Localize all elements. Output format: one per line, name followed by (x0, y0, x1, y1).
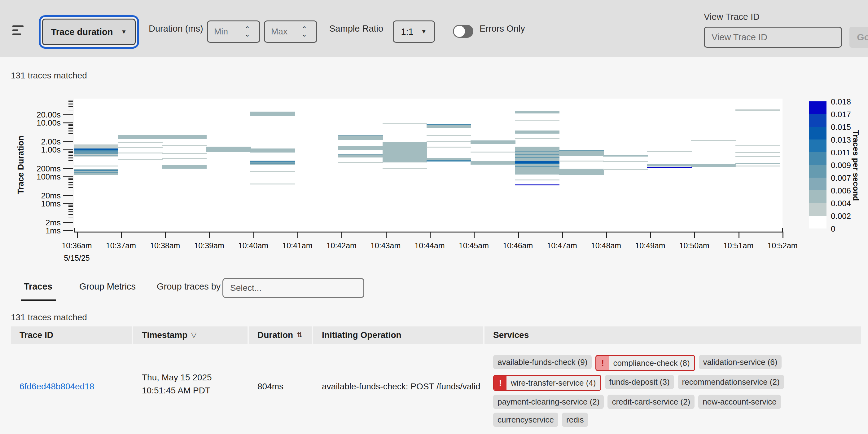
heatmap-cell[interactable] (647, 164, 692, 167)
heatmap-cell[interactable] (250, 112, 295, 116)
errors-only-toggle[interactable] (453, 25, 473, 38)
heatmap-cell[interactable] (691, 140, 736, 141)
heatmap-cell[interactable] (736, 166, 780, 167)
service-chip[interactable]: recommendationservice (2) (678, 375, 784, 389)
heatmap-cell[interactable] (559, 169, 603, 175)
heatmap-cell[interactable] (515, 163, 559, 164)
service-chip[interactable]: !wire-transfer-service (4) (493, 375, 601, 391)
heatmap-cell[interactable] (162, 153, 207, 154)
heatmap-cell[interactable] (736, 145, 780, 146)
sample-ratio-dropdown[interactable]: 1:1 ▼ (393, 21, 435, 43)
heatmap-cell[interactable] (559, 151, 603, 156)
heatmap-cell[interactable] (162, 158, 207, 159)
service-chip[interactable]: redis (562, 413, 588, 427)
heatmap-cell[interactable] (118, 142, 162, 143)
heatmap-cell[interactable] (427, 147, 471, 148)
col-header-duration[interactable]: Duration ⇅ (249, 326, 312, 344)
heatmap-cell[interactable] (515, 161, 559, 163)
heatmap-cell[interactable] (74, 148, 118, 150)
heatmap-cell[interactable] (427, 135, 471, 136)
heatmap-cell[interactable] (162, 145, 207, 146)
heatmap-cell[interactable] (250, 161, 295, 162)
min-stepper-arrows[interactable]: ⌃ ⌄ (244, 26, 250, 37)
heatmap-cell[interactable] (206, 147, 251, 152)
heatmap-cell[interactable] (118, 147, 162, 148)
heatmap-cell[interactable] (162, 165, 207, 169)
heatmap-cell[interactable] (515, 154, 559, 155)
tab-group-metrics[interactable]: Group Metrics (79, 282, 136, 292)
heatmap-cell[interactable] (427, 125, 471, 128)
heatmap-cell[interactable] (647, 167, 692, 168)
heatmap-cell[interactable] (74, 172, 118, 173)
sort-desc-icon[interactable]: ▽ (191, 326, 196, 344)
service-chip[interactable]: currencyservice (493, 413, 558, 427)
heatmap-cell[interactable] (382, 142, 427, 163)
heatmap-cell[interactable] (162, 135, 207, 140)
heatmap-cell[interactable] (74, 150, 118, 152)
heatmap-cell[interactable] (250, 171, 295, 172)
heatmap-cell[interactable] (736, 163, 780, 164)
heatmap-cell[interactable] (427, 160, 471, 161)
sort-both-icon[interactable]: ⇅ (297, 326, 302, 344)
heatmap-cell[interactable] (603, 155, 648, 156)
heatmap-cell[interactable] (338, 162, 383, 163)
heatmap-cell[interactable] (338, 154, 383, 155)
heatmap-cell[interactable] (691, 164, 736, 167)
max-stepper-arrows[interactable]: ⌃ ⌄ (302, 26, 307, 37)
service-chip[interactable]: available-funds-check (9) (493, 355, 592, 369)
heatmap-cell[interactable] (74, 170, 118, 171)
heatmap-cell[interactable] (470, 140, 515, 144)
heatmap-cell[interactable] (603, 161, 648, 162)
group-by-select[interactable] (222, 278, 364, 298)
heatmap-cell[interactable] (74, 152, 118, 154)
service-chip[interactable]: new-account-service (698, 395, 781, 409)
service-chip[interactable]: !compliance-check (8) (595, 355, 695, 371)
query-type-dropdown[interactable]: Trace duration ▼ (42, 19, 136, 45)
heatmap-cell[interactable] (470, 152, 515, 152)
service-chip[interactable]: funds-deposit (3) (605, 375, 674, 389)
tab-traces[interactable]: Traces (24, 282, 52, 292)
duration-min-input[interactable] (208, 26, 244, 37)
heatmap-cell[interactable] (515, 151, 559, 152)
col-header-timestamp[interactable]: Timestamp ▽ (133, 326, 248, 344)
heatmap-cell[interactable] (382, 168, 427, 169)
heatmap-cell[interactable] (736, 110, 780, 111)
heatmap-cell[interactable] (250, 183, 295, 185)
duration-max-input[interactable] (265, 26, 302, 37)
heatmap-cell[interactable] (559, 161, 603, 162)
heatmap-cell[interactable] (515, 166, 559, 167)
trace-id-link[interactable]: 6fd6ed48b804ed18 (20, 382, 94, 392)
heatmap-cell[interactable] (515, 184, 559, 185)
heatmap-cell[interactable] (250, 148, 295, 152)
col-header-initiating-operation[interactable]: Initiating Operation (313, 326, 483, 344)
heatmap-cell[interactable] (338, 135, 383, 136)
col-header-trace-id[interactable]: Trace ID (11, 326, 132, 344)
heatmap-cell[interactable] (74, 155, 118, 156)
heatmap-cell[interactable] (736, 152, 780, 153)
heatmap-cell[interactable] (515, 157, 559, 158)
heatmap-cell[interactable] (250, 163, 295, 164)
heatmap-cell[interactable] (603, 169, 648, 170)
col-header-services[interactable]: Services (485, 326, 861, 344)
heatmap-cell[interactable] (470, 161, 515, 165)
go-button[interactable]: Go (849, 27, 868, 48)
heatmap-cell[interactable] (647, 151, 692, 152)
heatmap-cell[interactable] (427, 141, 471, 142)
heatmap-cell[interactable] (118, 135, 162, 139)
heatmap-cell[interactable] (427, 158, 471, 160)
heatmap-cell[interactable] (736, 156, 780, 157)
heatmap-cell[interactable] (118, 160, 162, 160)
service-chip[interactable]: payment-clearing-service (2) (493, 395, 604, 409)
heatmap-cell[interactable] (515, 120, 559, 121)
service-chip[interactable]: credit-card-service (2) (608, 395, 694, 409)
heatmap-cells-layer[interactable] (74, 98, 782, 232)
heatmap-cell[interactable] (515, 138, 559, 139)
heatmap-cell[interactable] (74, 166, 118, 167)
heatmap-cell[interactable] (338, 146, 383, 150)
view-trace-id-input[interactable] (704, 27, 842, 48)
filter-menu-icon[interactable] (12, 25, 25, 36)
heatmap-cell[interactable] (515, 111, 559, 114)
service-chip[interactable]: validation-service (6) (699, 355, 782, 369)
heatmap-cell[interactable] (382, 123, 427, 124)
heatmap-cell[interactable] (515, 131, 559, 134)
